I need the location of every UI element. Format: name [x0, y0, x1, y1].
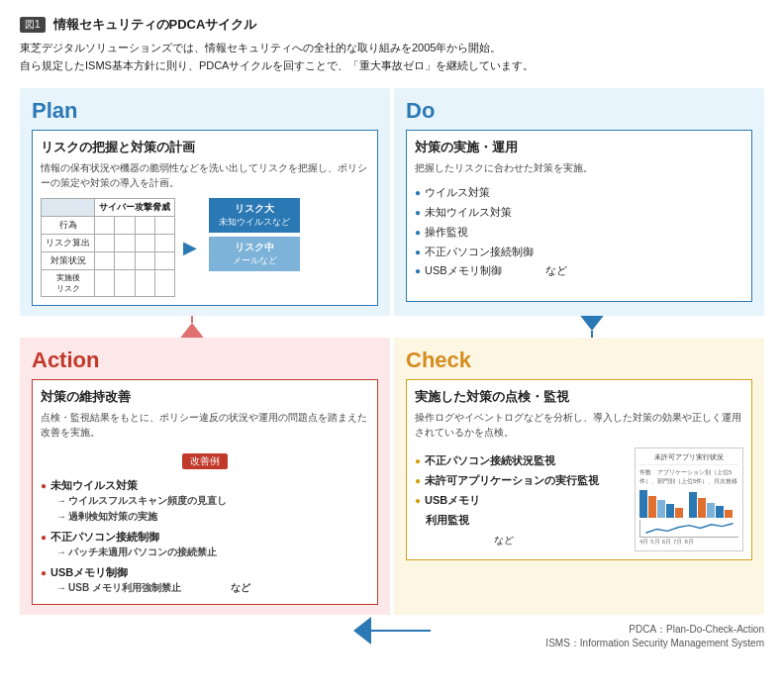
check-list: 不正パソコン接続状況監視 未許可アプリケーションの実行監視 USBメモリ 利用監…	[415, 451, 627, 530]
horizontal-arrow	[353, 617, 431, 645]
do-item-1: ウイルス対策	[415, 183, 743, 203]
bar-8	[707, 503, 715, 518]
action-item-1: 未知ウイルス対策 ウイルスフルスキャン頻度の見直し 過剰検知対策の実施	[41, 478, 369, 525]
plan-inner: サイバー攻撃脅威 行為 リスク算出 対策状況	[41, 198, 369, 297]
pdca-wrapper: Plan リスクの把握と対策の計画 情報の保有状況や機器の脆弱性などを洗い出して…	[20, 88, 764, 617]
mini-chart: 未許可アプリ実行状況 件数 アプリケーション別（上位5件）、部門別（上位5件）、…	[635, 447, 743, 551]
check-item-2: 未許可アプリケーションの実行監視	[415, 471, 627, 491]
bar-chart-row	[639, 488, 738, 518]
action-sub-1-2: 過剰検知対策の実施	[56, 509, 369, 525]
action-sub-3: USB メモリ利用強制禁止 など	[56, 580, 369, 596]
do-nado: など	[545, 264, 567, 276]
arrow-line	[371, 630, 431, 632]
bar-6	[689, 492, 697, 518]
kaizen-badge: 改善例	[182, 453, 228, 469]
fig-title: 情報セキュリティのPDCAサイクル	[53, 16, 257, 34]
line-chart	[639, 520, 738, 538]
mini-chart-title: 未許可アプリ実行状況	[639, 452, 738, 465]
row-header-1: 行為	[42, 217, 95, 235]
action-sub-3-1: USB メモリ利用強制禁止 など	[56, 580, 369, 596]
plan-quadrant: Plan リスクの把握と対策の計画 情報の保有状況や機器の脆弱性などを洗い出して…	[20, 88, 390, 316]
bar-3	[657, 500, 665, 518]
row-header-3: 対策状況	[42, 252, 95, 270]
bar-4	[666, 504, 674, 518]
x-labels: 4月 5月 6月 7月 8月	[639, 538, 738, 546]
risk-boxes: リスク大 未知ウイルスなど リスク中 メールなど	[209, 198, 300, 271]
do-item-5: USBメモリ制御 など	[415, 261, 743, 281]
do-label: Do	[406, 98, 752, 124]
check-desc: 操作ログやイベントログなどを分析し、導入した対策の効果や正しく運用されているかを…	[415, 410, 743, 440]
plan-label: Plan	[32, 98, 378, 124]
trend-line	[640, 520, 738, 537]
page-container: 図1 情報セキュリティのPDCAサイクル 東芝デジタルソリューションズでは、情報…	[20, 16, 764, 650]
action-desc: 点検・監視結果をもとに、ポリシー違反の状況や運用の問題点を踏まえた改善を実施。	[41, 410, 369, 440]
do-desc: 把握したリスクに合わせた対策を実施。	[415, 160, 743, 175]
check-item-3: USBメモリ 利用監視	[415, 491, 627, 531]
do-list: ウイルス対策 未知ウイルス対策 操作監視 不正パソコン接続制御 USBメモリ制御…	[415, 183, 743, 281]
check-chart: 未許可アプリ実行状況 件数 アプリケーション別（上位5件）、部門別（上位5件）、…	[635, 447, 743, 551]
top-row: Plan リスクの把握と対策の計画 情報の保有状況や機器の脆弱性などを洗い出して…	[20, 88, 764, 316]
check-quadrant: Check 実施した対策の点検・監視 操作ログやイベントログなどを分析し、導入し…	[394, 338, 764, 615]
header-row: 図1 情報セキュリティのPDCAサイクル	[20, 16, 764, 34]
plan-title: リスクの把握と対策の計画	[41, 139, 369, 156]
desc-line2: 自ら規定したISMS基本方針に則り、PDCAサイクルを回すことで、「重大事故ゼロ…	[20, 57, 764, 75]
bar-7	[698, 498, 706, 518]
action-items: 未知ウイルス対策 ウイルスフルスキャン頻度の見直し 過剰検知対策の実施 不正パソ…	[41, 478, 369, 596]
bar-1	[639, 490, 647, 518]
check-label: Check	[406, 348, 752, 373]
action-sub-2-1: パッチ未適用パソコンの接続禁止	[56, 545, 369, 560]
action-label: Action	[32, 348, 378, 373]
action-sub-1-1: ウイルスフルスキャン頻度の見直し	[56, 493, 369, 509]
description: 東芝デジタルソリューションズでは、情報セキュリティへの全社的な取り組みを2005…	[20, 40, 764, 74]
mid-arrows	[20, 316, 764, 338]
bar-2	[648, 496, 656, 518]
do-title: 対策の実施・運用	[415, 139, 743, 156]
row-header-4: 実施後リスク	[42, 270, 95, 297]
check-nado: など	[415, 534, 627, 547]
do-item-2: 未知ウイルス対策	[415, 203, 743, 223]
fig-label: 図1	[20, 17, 46, 33]
check-title: 実施した対策の点検・監視	[415, 388, 743, 406]
bar-10	[725, 510, 733, 518]
do-item-4: 不正パソコン接続制御	[415, 243, 743, 262]
bar-9	[716, 506, 724, 518]
do-item-3: 操作監視	[415, 223, 743, 243]
check-to-action-arrow	[406, 566, 752, 568]
action-item-3: USBメモリ制御 USB メモリ利用強制禁止 など	[41, 565, 369, 596]
action-sub-1: ウイルスフルスキャン頻度の見直し 過剰検知対策の実施	[56, 493, 369, 525]
plan-desc: 情報の保有状況や機器の脆弱性などを洗い出してリスクを把握し、ポリシーの策定や対策…	[41, 160, 369, 190]
desc-line1: 東芝デジタルソリューションズでは、情報セキュリティへの全社的な取り組みを2005…	[20, 40, 764, 57]
risk-medium-box: リスク中 メールなど	[209, 237, 300, 271]
action-sub-2: パッチ未適用パソコンの接続禁止	[56, 545, 369, 560]
risk-large-box: リスク大 未知ウイルスなど	[209, 198, 300, 233]
left-arrow	[353, 617, 371, 645]
matrix-arrow: ▶	[183, 237, 197, 258]
action-item-2: 不正パソコン接続制御 パッチ未適用パソコンの接続禁止	[41, 530, 369, 560]
check-inner: 不正パソコン接続状況監視 未許可アプリケーションの実行監視 USBメモリ 利用監…	[415, 447, 743, 551]
bottom-row: Action 対策の維持改善 点検・監視結果をもとに、ポリシー違反の状況や運用の…	[20, 338, 764, 615]
action-quadrant: Action 対策の維持改善 点検・監視結果をもとに、ポリシー違反の状況や運用の…	[20, 338, 390, 615]
matrix-header: サイバー攻撃脅威	[95, 199, 175, 217]
do-quadrant: Do 対策の実施・運用 把握したリスクに合わせた対策を実施。 ウイルス対策 未知…	[394, 88, 764, 316]
bar-5	[675, 508, 683, 518]
check-text: 不正パソコン接続状況監視 未許可アプリケーションの実行監視 USBメモリ 利用監…	[415, 447, 627, 551]
check-item-1: 不正パソコン接続状況監視	[415, 451, 627, 471]
action-title: 対策の維持改善	[41, 388, 369, 406]
risk-matrix: サイバー攻撃脅威 行為 リスク算出 対策状況	[41, 198, 175, 297]
row-header-2: リスク算出	[42, 235, 95, 252]
